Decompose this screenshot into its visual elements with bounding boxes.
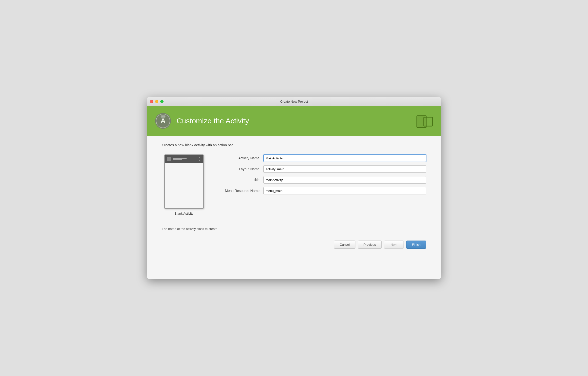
maximize-button[interactable] (160, 100, 164, 103)
svg-point-4 (162, 116, 163, 117)
phone-preview: ⋮ (164, 154, 204, 209)
title-bar: Create New Project (147, 97, 441, 106)
phone-body (165, 163, 203, 208)
action-bar-line (173, 158, 187, 159)
minimize-button[interactable] (155, 100, 158, 103)
description-text: Creates a new blank activity with an act… (162, 143, 426, 147)
hint-text: The name of the activity class to create (162, 227, 426, 231)
menu-resource-label: Menu Resource Name: (219, 189, 260, 193)
form-area: Activity Name: Layout Name: Title: Menu … (219, 154, 426, 198)
cancel-button[interactable]: Cancel (334, 241, 355, 249)
action-bar-icon (167, 157, 171, 161)
finish-button[interactable]: Finish (406, 241, 426, 249)
form-row-activity-name: Activity Name: (219, 154, 426, 162)
layout-name-label: Layout Name: (219, 167, 260, 171)
close-button[interactable] (150, 100, 153, 103)
window-title: Create New Project (280, 100, 308, 103)
button-area: Cancel Previous Next Finish (162, 238, 426, 251)
svg-point-5 (164, 116, 165, 117)
form-row-layout-name: Layout Name: (219, 165, 426, 173)
header-title: Customize the Activity (177, 117, 249, 125)
action-bar-line (173, 159, 182, 160)
divider (162, 223, 426, 223)
preview-label: Blank Activity (175, 212, 194, 215)
title-label: Title: (219, 178, 260, 182)
action-bar-lines (173, 158, 196, 160)
window: Create New Project A Cu (147, 97, 441, 279)
svg-point-3 (161, 115, 165, 119)
header: A Customize the Activity (147, 106, 441, 136)
previous-button[interactable]: Previous (358, 241, 382, 249)
next-button: Next (384, 241, 404, 249)
action-bar-dots: ⋮ (198, 157, 201, 161)
title-input[interactable] (263, 176, 426, 184)
content-area: Creates a new blank activity with an act… (147, 136, 441, 279)
android-studio-logo-icon: A (154, 112, 172, 130)
traffic-lights (150, 100, 164, 103)
menu-resource-input[interactable] (263, 187, 426, 194)
activity-name-label: Activity Name: (219, 156, 260, 160)
activity-name-input[interactable] (263, 154, 426, 162)
form-row-menu-resource: Menu Resource Name: (219, 187, 426, 194)
form-row-title: Title: (219, 176, 426, 184)
device-icon (416, 114, 434, 128)
phone-action-bar: ⋮ (165, 155, 203, 163)
main-area: ⋮ Blank Activity Activity Name: Layout N… (162, 154, 426, 215)
preview-card: ⋮ Blank Activity (162, 154, 206, 215)
layout-name-input[interactable] (263, 165, 426, 173)
header-left: A Customize the Activity (154, 112, 249, 130)
svg-rect-10 (417, 116, 426, 127)
